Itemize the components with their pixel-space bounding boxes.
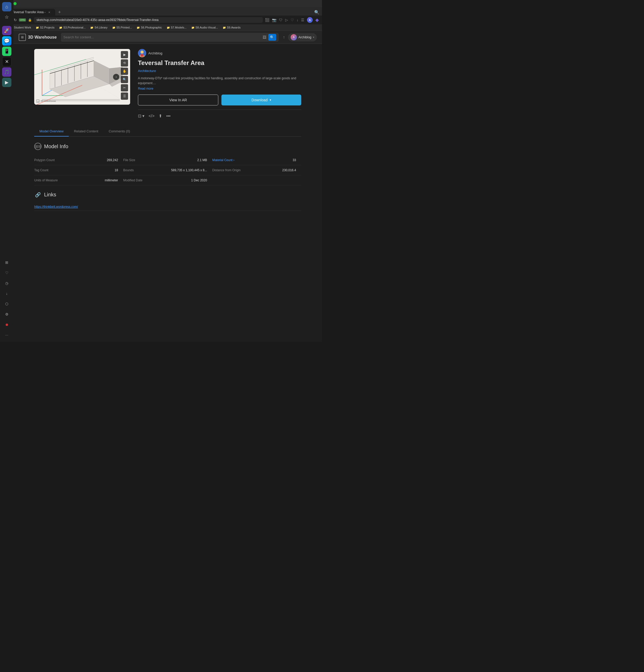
model-info-panel: Archiblog Teversal Transfer Area Archite…: [138, 49, 301, 118]
model-category[interactable]: Architecture: [138, 69, 301, 73]
bookmark-s7[interactable]: 📁 S7.Models...: [165, 25, 188, 29]
ellipsis-icon: •••: [166, 114, 171, 118]
model-description: A motorway-DTb* rail-road link providing…: [138, 76, 301, 86]
view-in-ar-button[interactable]: View In AR: [138, 95, 218, 106]
bookmark-s8[interactable]: 📁 S8.Audio-Visual...: [190, 25, 220, 29]
embed-button[interactable]: </>: [149, 114, 154, 118]
info-cell-units: Units of Measure millimeter: [34, 176, 123, 185]
file-size-value: 2.1 MB: [197, 158, 207, 162]
file-size-label: File Size: [123, 158, 135, 162]
dock-cube-icon[interactable]: ⬡: [2, 299, 11, 309]
search-bar: 🖼 🔍: [61, 33, 279, 42]
tag-count-label: Tag Count: [34, 168, 48, 172]
bookmark-s4[interactable]: 📁 S4.Library: [89, 25, 109, 29]
folder-icon-s6: 📁: [137, 26, 140, 29]
dock-x-icon[interactable]: ✕: [2, 57, 11, 66]
dock-clock-icon[interactable]: ◷: [2, 278, 11, 288]
browser-user-avatar[interactable]: A: [307, 17, 313, 23]
dock-messenger-icon[interactable]: 💬: [2, 36, 11, 46]
units-label: Units of Measure: [34, 179, 58, 182]
bookmark-s6[interactable]: 📁 S6.Photographic: [135, 25, 163, 29]
extension-icon[interactable]: ◆: [315, 17, 319, 23]
dock-grid-icon[interactable]: ⊞: [2, 258, 11, 267]
folder-icon-s3: 📁: [59, 26, 62, 29]
viewer-layers-button[interactable]: ☰: [121, 93, 128, 100]
bookmark-label-s3: S3.Professional...: [63, 26, 85, 29]
tab-close-button[interactable]: ✕: [47, 10, 51, 14]
address-input[interactable]: [34, 17, 263, 23]
dock-settings-icon[interactable]: ⚙: [2, 310, 11, 319]
reload-button[interactable]: ↻: [14, 18, 17, 22]
viewer-play-button[interactable]: ▶: [121, 51, 128, 58]
modified-date-label: Modified Date: [123, 179, 142, 182]
viewer-zoom-button[interactable]: 🔍: [121, 76, 128, 83]
bookmark-label-s2: S2.Projects: [40, 26, 55, 29]
chevron-down-icon: ▾: [313, 36, 314, 39]
tab-related-content[interactable]: Related Content: [69, 126, 103, 136]
dock-rocket-icon[interactable]: 🚀: [2, 26, 11, 35]
header-actions: ↑ A Archiblog ▾: [283, 33, 317, 41]
dock-record-icon[interactable]: ⏺: [2, 320, 11, 329]
links-icon: 🔗: [34, 192, 42, 198]
search-input[interactable]: [63, 35, 260, 39]
bookmark-label-s5: S5.Printed...: [116, 26, 132, 29]
image-search-icon[interactable]: 🖼: [262, 35, 266, 39]
bookmarks-bar: 📁 S1. Student Work 📁 S2.Projects 📁 S3.Pr…: [0, 24, 322, 31]
bookmark-s2[interactable]: 📁 S2.Projects: [34, 25, 56, 29]
download-icon[interactable]: ↓: [296, 18, 298, 22]
links-section-header: 🔗 Links: [34, 192, 301, 198]
dock-download2-icon[interactable]: ↓: [2, 289, 11, 298]
menu-icon[interactable]: ☰: [301, 18, 304, 22]
viewer-next-button[interactable]: ›: [113, 74, 119, 80]
dock-home-icon[interactable]: ⌂: [2, 2, 11, 11]
bookmark-label-s6: S6.Photographic: [141, 26, 162, 29]
shield-icon[interactable]: 🛡: [279, 18, 283, 22]
tab-model-overview[interactable]: Model Overview: [34, 126, 69, 136]
new-tab-button[interactable]: +: [56, 9, 62, 15]
warehouse-logo-text: 3D Warehouse: [28, 35, 57, 40]
bookmark-s9[interactable]: 📁 S9.Awards: [221, 25, 242, 29]
dock-heart-icon[interactable]: ♡: [2, 268, 11, 277]
search-submit-button[interactable]: 🔍: [268, 34, 276, 41]
more-options-button[interactable]: •••: [166, 114, 171, 118]
material-count-label[interactable]: Material Count ›: [212, 158, 234, 162]
traffic-light-green[interactable]: [13, 2, 16, 5]
favorites-icon[interactable]: ♡: [291, 18, 294, 22]
save-collection-button[interactable]: ⊡ ▾: [138, 113, 144, 118]
dock-more-icon[interactable]: ···: [2, 330, 11, 340]
tab-bar: Teversal Transfer Area - ✕ + 🔍: [0, 7, 322, 15]
dock-code-icon[interactable]: ▶: [2, 78, 11, 87]
os-chrome: [0, 0, 322, 7]
viewer-section-button[interactable]: ✂: [121, 84, 128, 92]
bookmark-s5[interactable]: 📁 S5.Printed...: [111, 25, 134, 29]
bookmark-s3[interactable]: 📁 S3.Professional...: [58, 25, 87, 29]
viewer-reset-button[interactable]: ⟲: [121, 59, 128, 67]
info-cell-modified-date: Modified Date 1 Dec 2020: [123, 176, 212, 185]
run-icon[interactable]: ▷: [285, 18, 288, 22]
folder-icon-s5: 📁: [112, 26, 115, 29]
download-button[interactable]: Download ▾: [221, 95, 301, 106]
info-cell-file-size: File Size 2.1 MB: [123, 155, 212, 165]
tab-comments[interactable]: Comments (0): [103, 126, 135, 136]
dock-star-icon[interactable]: ☆: [2, 12, 11, 22]
browser-search-icon[interactable]: 🔍: [314, 10, 319, 15]
cast-icon[interactable]: ⬛: [265, 18, 269, 22]
viewer-pan-button[interactable]: ✋: [121, 68, 128, 75]
upload-icon[interactable]: ↑: [283, 35, 285, 40]
folder-icon-s4: 📁: [90, 26, 93, 29]
user-pill[interactable]: A Archiblog ▾: [288, 33, 317, 41]
external-link[interactable]: https://thinkbelt.wordpress.com/: [34, 203, 301, 211]
bookmark-label-s4: S4.Library: [94, 26, 107, 29]
share-button[interactable]: ⬆: [159, 113, 162, 118]
read-more-link[interactable]: Read more: [138, 87, 301, 91]
folder-icon-s8: 📁: [191, 26, 195, 29]
camera-icon[interactable]: 📷: [272, 18, 277, 22]
dock-whatsapp-icon[interactable]: 📱: [2, 47, 11, 56]
info-cell-polygon-count: Polygon Count 269,242: [34, 155, 123, 165]
action-icons-bar: ⊡ ▾ </> ⬆ •••: [138, 113, 301, 118]
info-cell-material-count: Material Count › 33: [212, 155, 301, 165]
browser-icons: ⬛ 📷 🛡 ▷ ♡ ↓ ☰ A ◆: [265, 17, 319, 23]
dock-music-icon[interactable]: 🎵: [2, 67, 11, 77]
content-area: ▶ ⟲ ✋ 🔍 ✂ ☰ › ⊞ 3D Warehouse: [13, 44, 322, 216]
model-title: Teversal Transfer Area: [138, 59, 301, 67]
